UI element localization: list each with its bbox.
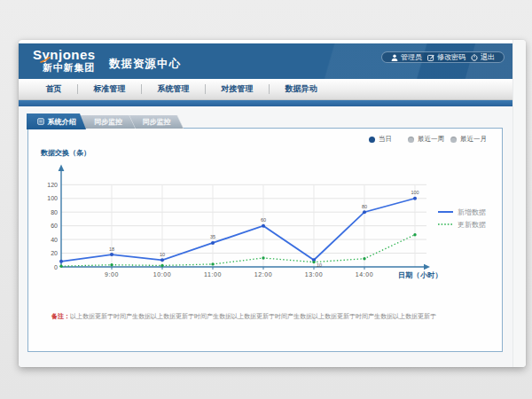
svg-text:35: 35 xyxy=(210,234,215,239)
page: Synjones 新中新集团 数据资源中心 管理员 修改密码 退出 xyxy=(19,40,512,367)
legend-item-update-data: 更新数据 xyxy=(438,218,486,231)
chart-y-axis-title: 数据交换（条） xyxy=(41,148,90,158)
svg-text:14:00: 14:00 xyxy=(356,271,374,278)
svg-text:60: 60 xyxy=(261,217,266,223)
app-header: Synjones 新中新集团 数据资源中心 管理员 修改密码 退出 xyxy=(19,43,512,79)
logo-text: Synjones xyxy=(33,49,104,61)
radio-last-month[interactable]: 最近一月 xyxy=(450,135,487,144)
chart-panel: 0204060801001209:0010:0011:0012:0013:001… xyxy=(27,128,503,352)
legend-line-dotted xyxy=(438,223,453,226)
user-toolbar: 管理员 修改密码 退出 xyxy=(381,51,505,63)
tab-system-intro[interactable]: 系统介绍 xyxy=(27,113,86,129)
radio-dot xyxy=(408,137,414,143)
legend-item-new-data: 新增数据 xyxy=(438,206,486,218)
svg-text:12:00: 12:00 xyxy=(254,271,273,278)
tab-sync-monitor-2[interactable]: 同步监控 xyxy=(129,115,184,129)
svg-text:10: 10 xyxy=(317,262,322,268)
document-icon xyxy=(37,118,44,125)
current-user-button[interactable]: 管理员 xyxy=(391,52,422,62)
svg-text:80: 80 xyxy=(362,204,367,209)
company-logo: Synjones 新中新集团 xyxy=(33,49,104,74)
svg-text:10: 10 xyxy=(160,252,165,257)
logo-subtext: 新中新集团 xyxy=(43,62,104,74)
radio-today[interactable]: 当日 xyxy=(369,135,392,144)
nav-item-standard-mgmt[interactable]: 标准管理 xyxy=(78,83,141,95)
svg-text:10:00: 10:00 xyxy=(153,271,172,278)
logout-button[interactable]: 退出 xyxy=(471,52,495,62)
time-range-radios: 当日 最近一周 最近一月 xyxy=(369,135,487,144)
legend-line-solid xyxy=(438,210,453,214)
svg-text:18: 18 xyxy=(109,246,114,252)
content-area: 系统介绍 同步监控 同步监控 0204060801001209:0010:001… xyxy=(19,106,512,367)
svg-text:9:00: 9:00 xyxy=(105,271,119,278)
user-icon xyxy=(391,54,398,61)
page-title: 数据资源中心 xyxy=(109,57,181,72)
svg-text:120: 120 xyxy=(47,182,58,188)
edit-icon xyxy=(427,54,434,61)
chart-legend: 新增数据 更新数据 xyxy=(438,206,486,231)
power-icon xyxy=(471,54,478,61)
nav-item-system-mgmt[interactable]: 系统管理 xyxy=(142,83,205,95)
tab-sync-monitor-1[interactable]: 同步监控 xyxy=(81,115,136,129)
svg-text:100: 100 xyxy=(47,195,58,201)
main-nav: 首页 标准管理 系统管理 对接管理 数据异动 xyxy=(19,79,512,100)
svg-text:20: 20 xyxy=(51,250,58,256)
change-password-button[interactable]: 修改密码 xyxy=(427,52,466,62)
nav-item-data-change[interactable]: 数据异动 xyxy=(270,83,332,95)
logo-swoosh-icon xyxy=(40,57,51,63)
svg-text:60: 60 xyxy=(51,223,58,229)
svg-text:13:00: 13:00 xyxy=(305,271,324,278)
footnote-prefix: 备注： xyxy=(51,313,70,319)
radio-dot xyxy=(450,137,457,143)
nav-accent-strip xyxy=(19,100,512,106)
browser-scrollbar[interactable] xyxy=(512,40,526,367)
radio-dot-selected xyxy=(369,137,375,143)
nav-item-home[interactable]: 首页 xyxy=(30,83,77,95)
svg-text:100: 100 xyxy=(411,190,419,195)
radio-last-week[interactable]: 最近一周 xyxy=(408,135,444,144)
svg-text:80: 80 xyxy=(51,209,58,215)
svg-text:日期（小时）: 日期（小时） xyxy=(398,271,442,279)
nav-item-connect-mgmt[interactable]: 对接管理 xyxy=(206,83,269,95)
footnote: 备注：以上数据更新于时间产生数据以上数据更新于时间产生数据以上数据更新于时间产生… xyxy=(51,312,499,321)
footnote-text: 以上数据更新于时间产生数据以上数据更新于时间产生数据以上数据更新于时间产生数据以… xyxy=(70,313,436,319)
app-window: Synjones 新中新集团 数据资源中心 管理员 修改密码 退出 xyxy=(19,40,526,367)
svg-text:0: 0 xyxy=(54,264,58,270)
svg-text:11:00: 11:00 xyxy=(204,271,222,278)
svg-text:40: 40 xyxy=(51,237,58,243)
